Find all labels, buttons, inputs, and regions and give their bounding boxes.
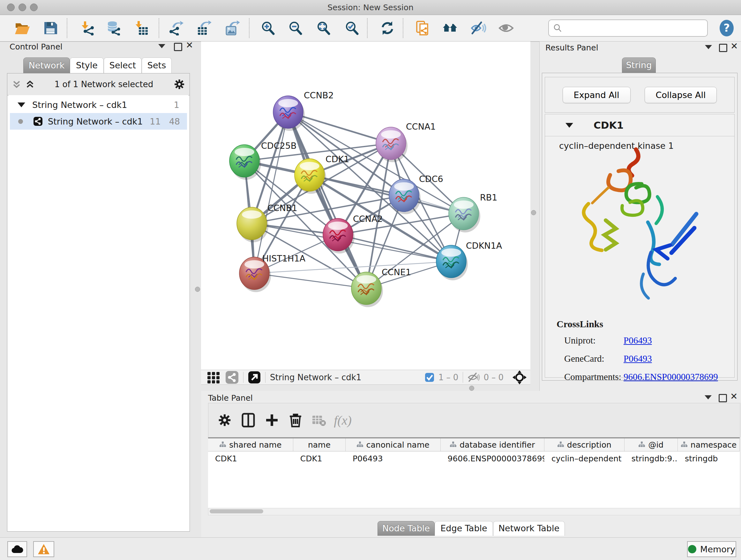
zoom-fit-button[interactable] xyxy=(315,19,333,37)
column-header-canonical-name[interactable]: canonical name xyxy=(346,438,441,451)
splitter-handle-dot[interactable] xyxy=(469,386,474,391)
string-view-icon[interactable] xyxy=(225,371,239,384)
memory-button[interactable]: Memory xyxy=(687,541,736,557)
export-table-button[interactable] xyxy=(194,19,212,37)
column-header-description[interactable]: description xyxy=(544,438,624,451)
selected-checkbox-icon[interactable] xyxy=(424,372,434,382)
table-horizontal-scrollbar[interactable] xyxy=(208,508,740,515)
help-button[interactable]: ? xyxy=(719,19,735,37)
table-panel-close-icon[interactable]: ✕ xyxy=(730,393,738,400)
horizontal-splitter[interactable] xyxy=(201,385,530,391)
column-header-name[interactable]: name xyxy=(293,438,346,451)
panel-splitter-handle[interactable] xyxy=(531,210,536,215)
table-settings-gear-button[interactable] xyxy=(213,409,237,431)
column-header--id[interactable]: @id xyxy=(624,438,678,451)
tab-select[interactable]: Select xyxy=(104,57,142,73)
table-cell[interactable]: P06493 xyxy=(346,454,441,463)
network-node-ccnb1[interactable]: CCNB1 xyxy=(237,203,297,242)
network-node-ccna1[interactable]: CCNA1 xyxy=(376,122,436,162)
network-node-hist1h1a[interactable]: HIST1H1A xyxy=(239,253,306,292)
tab-network[interactable]: Network xyxy=(23,57,70,73)
tab-sets[interactable]: Sets xyxy=(142,57,172,73)
tree-expander-icon[interactable] xyxy=(17,103,25,107)
cloud-status-button[interactable] xyxy=(7,541,27,557)
control-panel-float-icon[interactable] xyxy=(174,43,182,51)
table-panel-collapse-icon[interactable] xyxy=(704,395,712,399)
network-node-cdkn1a[interactable]: CDKN1A xyxy=(436,241,502,280)
network-edge[interactable] xyxy=(254,273,366,288)
import-network-database-button[interactable] xyxy=(105,19,122,37)
pan-crosshair-icon[interactable] xyxy=(512,370,527,385)
tab-edge-table[interactable]: Edge Table xyxy=(434,521,493,536)
table-row[interactable]: CDK1CDK1P064939606.ENSP00000378699cyclin… xyxy=(208,451,740,465)
network-collection-row[interactable]: String Network – cdk1 1 xyxy=(10,97,187,113)
open-session-button[interactable] xyxy=(13,19,31,37)
network-node-cdc25b[interactable]: CDC25B xyxy=(229,141,296,180)
panel-splitter-handle[interactable] xyxy=(195,287,200,292)
network-node-ccnb2[interactable]: CCNB2 xyxy=(273,90,334,131)
network-node-cdk1[interactable]: CDK1 xyxy=(294,154,349,194)
open-in-window-icon[interactable] xyxy=(248,371,261,384)
crosslink-link[interactable]: 9606.ENSP00000378699 xyxy=(623,372,718,382)
results-panel-float-icon[interactable] xyxy=(719,44,727,52)
crosslink-link[interactable]: P06493 xyxy=(623,335,652,346)
node-label: CCNB1 xyxy=(267,203,297,213)
save-session-button[interactable] xyxy=(42,19,59,37)
zoom-in-button[interactable] xyxy=(259,19,277,37)
zoom-out-button[interactable] xyxy=(286,19,305,37)
import-table-file-button[interactable] xyxy=(133,19,151,37)
gene-section-header[interactable]: CDK1 xyxy=(545,114,734,136)
table-cell[interactable]: CDK1 xyxy=(293,454,346,463)
network-canvas[interactable]: CCNB2CCNA1CDC25BCDK1CDC6RB1CCNB1CCNA2CDK… xyxy=(201,42,530,370)
clone-network-button[interactable] xyxy=(414,19,432,37)
network-node-ccne1[interactable]: CCNE1 xyxy=(351,267,411,307)
hide-selected-eye-button[interactable] xyxy=(469,19,487,37)
column-header-shared-name[interactable]: shared name xyxy=(208,438,293,451)
collapse-all-button[interactable]: Collapse All xyxy=(645,87,717,103)
network-node-rb1[interactable]: RB1 xyxy=(449,192,497,233)
results-panel-collapse-icon[interactable] xyxy=(705,45,712,49)
collapse-all-chevron-icon[interactable] xyxy=(12,79,21,89)
show-eye-button[interactable] xyxy=(497,19,515,37)
select-columns-button[interactable] xyxy=(237,409,260,431)
expand-all-chevron-icon[interactable] xyxy=(26,79,34,89)
table-cell[interactable]: CDK1 xyxy=(208,454,293,463)
home-networks-button[interactable] xyxy=(441,19,459,37)
column-header-database-identifier[interactable]: database identifier xyxy=(441,438,544,451)
table-cell[interactable]: cyclin–dependent ... xyxy=(544,454,624,463)
network-node-cdc6[interactable]: CDC6 xyxy=(389,174,443,214)
edge-count: 48 xyxy=(169,117,180,126)
results-panel-close-icon[interactable]: ✕ xyxy=(731,43,738,50)
expand-all-button[interactable]: Expand All xyxy=(562,87,630,103)
scrollbar-thumb[interactable] xyxy=(210,509,263,513)
import-network-file-button[interactable] xyxy=(78,19,96,37)
refresh-layout-button[interactable] xyxy=(379,19,396,37)
table-panel-float-icon[interactable] xyxy=(719,394,727,402)
network-row-selected[interactable]: String Network – cdk1 11 48 xyxy=(10,113,187,130)
node-table[interactable]: shared namenamecanonical namedatabase id… xyxy=(208,437,740,509)
section-expander-icon[interactable] xyxy=(565,123,573,128)
warnings-button[interactable] xyxy=(33,541,54,557)
table-header-row[interactable]: shared namenamecanonical namedatabase id… xyxy=(208,438,740,451)
control-panel-collapse-icon[interactable] xyxy=(158,44,165,48)
export-image-button[interactable] xyxy=(223,19,241,37)
table-cell[interactable]: stringdb:9... xyxy=(624,454,678,463)
network-edge[interactable] xyxy=(254,112,288,273)
crosslink-link[interactable]: P06493 xyxy=(623,354,652,364)
column-header-namespace[interactable]: namespace xyxy=(678,438,740,451)
tab-network-table[interactable]: Network Table xyxy=(493,521,565,536)
zoom-selected-button[interactable] xyxy=(343,19,361,37)
search-input[interactable] xyxy=(565,23,707,33)
table-cell[interactable]: 9606.ENSP00000378699 xyxy=(441,454,544,463)
table-cell[interactable]: stringdb xyxy=(678,454,740,463)
export-network-button[interactable] xyxy=(167,19,185,37)
network-graph[interactable]: CCNB2CCNA1CDC25BCDK1CDC6RB1CCNB1CCNA2CDK… xyxy=(201,42,530,370)
network-options-gear-icon[interactable] xyxy=(174,78,185,90)
birds-eye-grid-icon[interactable] xyxy=(207,371,220,384)
tab-node-table[interactable]: Node Table xyxy=(378,521,434,536)
add-column-button[interactable] xyxy=(260,409,284,431)
tab-string[interactable]: String xyxy=(622,57,656,73)
tab-style[interactable]: Style xyxy=(70,57,104,73)
control-panel-close-icon[interactable]: ✕ xyxy=(186,42,193,49)
delete-column-button[interactable] xyxy=(284,409,307,431)
